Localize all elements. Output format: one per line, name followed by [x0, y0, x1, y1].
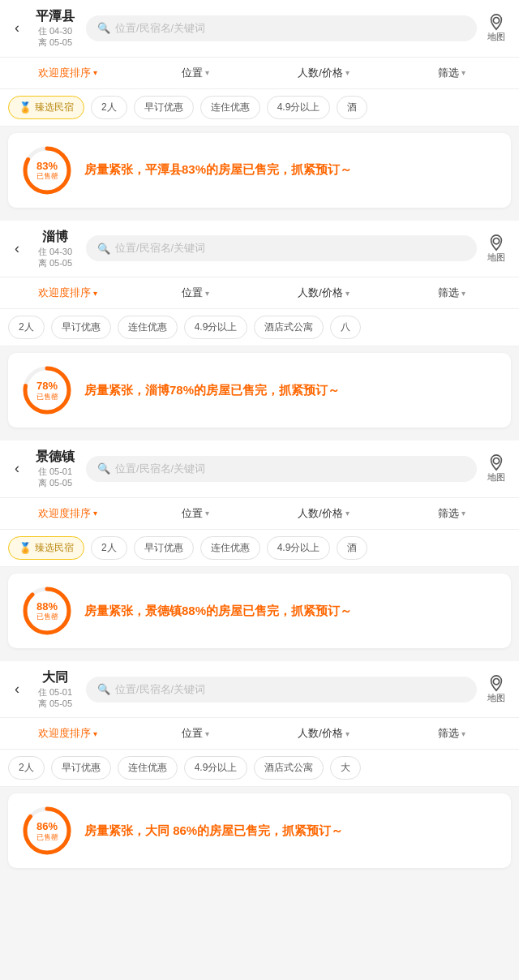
filter-chip[interactable]: 酒 [337, 96, 367, 119]
filter-chip[interactable]: 连住优惠 [118, 316, 178, 339]
search-placeholder: 位置/民宿名/关键词 [115, 462, 205, 476]
sort-item[interactable]: 欢迎度排序▾ [3, 718, 131, 749]
filter-chips: 🏅臻选民宿2人早订优惠连住优惠4.9分以上酒 [0, 530, 519, 567]
checkin-date: 住 05-01 [38, 686, 72, 698]
sort-item[interactable]: 位置▾ [131, 58, 260, 88]
sort-bar: 欢迎度排序▾ 位置▾ 人数/价格▾ 筛选▾ [0, 498, 519, 530]
sort-item[interactable]: 人数/价格▾ [260, 58, 388, 88]
filter-chip[interactable]: 🏅臻选民宿 [8, 96, 84, 119]
checkout-date: 离 05-05 [38, 698, 72, 709]
alert-text: 房量紧张，景德镇88%的房屋已售完，抓紧预订～ [84, 602, 352, 621]
sort-item[interactable]: 人数/价格▾ [260, 718, 388, 749]
alert-text: 房量紧张，平潭县83%的房屋已售完，抓紧预订～ [84, 161, 352, 179]
medal-icon: 🏅 [19, 101, 32, 114]
filter-chip[interactable]: 早订优惠 [134, 536, 194, 560]
section-gap [0, 434, 519, 441]
sort-item[interactable]: 欢迎度排序▾ [3, 277, 131, 308]
map-label: 地图 [487, 31, 505, 43]
city-info: 淄博 住 04-30 离 05-05 [31, 229, 79, 269]
circle-progress: 86% 已售罄 [21, 805, 73, 857]
filter-chip[interactable]: 4.9分以上 [267, 96, 331, 119]
city-name: 大同 [42, 669, 68, 686]
checkin-date: 住 05-01 [38, 466, 72, 477]
filter-chip[interactable]: 八 [330, 316, 361, 339]
sort-item[interactable]: 筛选▾ [388, 718, 516, 749]
filter-chip[interactable]: 酒店式公寓 [254, 756, 324, 780]
sort-item[interactable]: 筛选▾ [388, 58, 516, 88]
filter-chip[interactable]: 连住优惠 [200, 96, 260, 119]
svg-point-3 [493, 238, 499, 243]
svg-point-0 [493, 18, 499, 24]
search-box[interactable]: 🔍 位置/民宿名/关键词 [86, 15, 477, 41]
map-icon [487, 674, 505, 692]
sort-item[interactable]: 位置▾ [131, 718, 260, 749]
filter-chip[interactable]: 2人 [91, 96, 127, 119]
sort-item[interactable]: 筛选▾ [388, 277, 516, 308]
city-name: 景德镇 [36, 449, 75, 466]
back-button[interactable]: ‹ [10, 18, 24, 38]
medal-icon: 🏅 [19, 542, 32, 554]
header-bar: ‹ 景德镇 住 05-01 离 05-05 🔍 位置/民宿名/关键词 地图 [0, 441, 519, 498]
svg-point-9 [493, 679, 499, 685]
filter-chip[interactable]: 🏅臻选民宿 [8, 536, 84, 560]
sort-item[interactable]: 位置▾ [131, 277, 260, 308]
header-bar: ‹ 平潭县 住 04-30 离 05-05 🔍 位置/民宿名/关键词 地图 [0, 0, 519, 58]
filter-chip[interactable]: 大 [330, 756, 361, 780]
filter-chip[interactable]: 酒店式公寓 [254, 316, 324, 339]
sort-item[interactable]: 欢迎度排序▾ [3, 498, 131, 529]
filter-chip[interactable]: 4.9分以上 [184, 756, 248, 780]
header-bar: ‹ 大同 住 05-01 离 05-05 🔍 位置/民宿名/关键词 地图 [0, 661, 519, 719]
alert-banner: 86% 已售罄 房量紧张，大同 86%的房屋已售完，抓紧预订～ [8, 793, 511, 868]
section-gap [0, 875, 519, 881]
sort-bar: 欢迎度排序▾ 位置▾ 人数/价格▾ 筛选▾ [0, 58, 519, 89]
filter-chip[interactable]: 2人 [8, 756, 45, 780]
sort-bar: 欢迎度排序▾ 位置▾ 人数/价格▾ 筛选▾ [0, 277, 519, 309]
section-gap [0, 214, 519, 221]
search-box[interactable]: 🔍 位置/民宿名/关键词 [86, 677, 477, 703]
back-button[interactable]: ‹ [10, 239, 24, 259]
city-name: 淄博 [42, 229, 68, 246]
sort-item[interactable]: 人数/价格▾ [260, 498, 388, 529]
filter-chip[interactable]: 2人 [8, 316, 45, 339]
city-info: 平潭县 住 04-30 离 05-05 [31, 8, 79, 49]
map-button[interactable]: 地图 [483, 234, 509, 264]
sort-item[interactable]: 欢迎度排序▾ [3, 58, 131, 88]
filter-chip[interactable]: 早订优惠 [51, 756, 111, 780]
checkout-date: 离 05-05 [38, 37, 72, 48]
map-label: 地图 [487, 692, 505, 704]
search-placeholder: 位置/民宿名/关键词 [115, 682, 205, 697]
filter-chips: 2人早订优惠连住优惠4.9分以上酒店式公寓八 [0, 309, 519, 346]
filter-chip[interactable]: 早订优惠 [134, 96, 194, 119]
filter-chip[interactable]: 2人 [91, 536, 127, 560]
filter-chip[interactable]: 连住优惠 [118, 756, 178, 780]
search-icon: 🔍 [97, 243, 110, 255]
search-box[interactable]: 🔍 位置/民宿名/关键词 [86, 456, 477, 482]
map-button[interactable]: 地图 [483, 453, 509, 484]
alert-text: 房量紧张，大同 86%的房屋已售完，抓紧预订～ [84, 822, 343, 840]
section-datong: ‹ 大同 住 05-01 离 05-05 🔍 位置/民宿名/关键词 地图 [0, 661, 519, 869]
back-button[interactable]: ‹ [10, 679, 24, 699]
search-icon: 🔍 [97, 462, 110, 475]
search-box[interactable]: 🔍 位置/民宿名/关键词 [86, 235, 477, 261]
section-gap [0, 655, 519, 661]
alert-banner: 88% 已售罄 房量紧张，景德镇88%的房屋已售完，抓紧预订～ [8, 574, 511, 648]
filter-chips: 2人早订优惠连住优惠4.9分以上酒店式公寓大 [0, 750, 519, 787]
map-button[interactable]: 地图 [483, 13, 509, 43]
circle-progress: 88% 已售罄 [21, 585, 73, 637]
back-button[interactable]: ‹ [10, 458, 24, 479]
filter-chip[interactable]: 4.9分以上 [267, 536, 331, 560]
filter-chip[interactable]: 酒 [337, 536, 367, 560]
filter-chips: 🏅臻选民宿2人早订优惠连住优惠4.9分以上酒 [0, 89, 519, 127]
city-info: 大同 住 05-01 离 05-05 [31, 669, 79, 710]
header-bar: ‹ 淄博 住 04-30 离 05-05 🔍 位置/民宿名/关键词 地图 [0, 221, 519, 278]
search-placeholder: 位置/民宿名/关键词 [115, 21, 205, 36]
filter-chip[interactable]: 早订优惠 [51, 316, 111, 339]
sort-item[interactable]: 筛选▾ [388, 498, 516, 529]
filter-chip[interactable]: 4.9分以上 [184, 316, 248, 339]
sort-item[interactable]: 人数/价格▾ [260, 277, 388, 308]
city-name: 平潭县 [36, 8, 75, 25]
map-button[interactable]: 地图 [483, 674, 509, 704]
sort-item[interactable]: 位置▾ [131, 498, 260, 529]
alert-banner: 78% 已售罄 房量紧张，淄博78%的房屋已售完，抓紧预订～ [8, 353, 511, 428]
filter-chip[interactable]: 连住优惠 [200, 536, 260, 560]
